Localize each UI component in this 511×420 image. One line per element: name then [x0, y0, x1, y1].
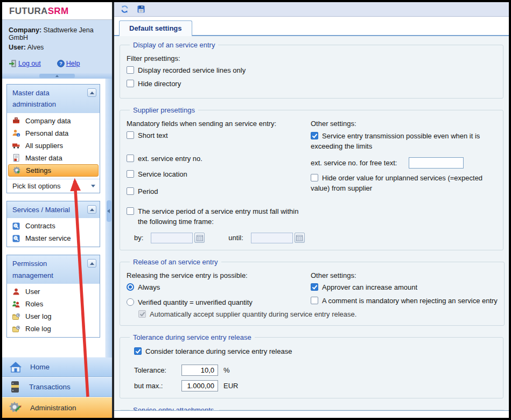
vertical-splitter-handle[interactable] — [107, 200, 111, 222]
transmission-checkbox[interactable] — [311, 132, 318, 139]
sidebar-menu-area: Master data administration Company data … — [2, 79, 112, 345]
ext-service-no-checkbox[interactable] — [127, 155, 134, 162]
sidebar-item-contracts[interactable]: Contracts — [8, 220, 99, 232]
sidebar-item-user[interactable]: User — [8, 285, 99, 298]
short-text-checkbox[interactable] — [127, 131, 134, 139]
checkbox-row: ext. service entry no. — [127, 154, 311, 164]
sidebar-item-role-log[interactable]: Role log — [8, 323, 99, 335]
comment-mandatory-checkbox[interactable] — [311, 297, 318, 304]
vertical-splitter[interactable] — [105, 79, 112, 358]
nav-item-label: Home — [30, 363, 50, 371]
save-button[interactable] — [136, 4, 146, 14]
main-pane: Default settings Display of an service e… — [114, 2, 509, 418]
sidebar-item-personal-data[interactable]: i Personal data — [8, 127, 99, 139]
until-calendar-button[interactable] — [295, 233, 305, 243]
sidebar-item-label: Settings — [26, 166, 51, 174]
pick-list-label: Pick list options — [12, 182, 61, 190]
section-release: Release of an service entry Releasing th… — [120, 258, 505, 326]
sidebar-item-company-data[interactable]: Company data — [8, 115, 99, 127]
sidebar-item-label: All suppliers — [25, 142, 63, 150]
exit-door-icon — [9, 60, 17, 67]
section-tolerance-legend: Tolerance during service entry release — [130, 333, 255, 341]
bottom-nav: Home Transactions Administration — [2, 357, 112, 418]
supplier-left-column: Mandatory fields when sending an service… — [127, 117, 311, 244]
group-header-permission[interactable]: Permission management — [7, 255, 100, 284]
hide-order-value-checkbox[interactable] — [311, 174, 318, 181]
tolerance-unit: % — [223, 366, 230, 374]
mandatory-fields-label: Mandatory fields when sending an service… — [127, 120, 311, 128]
display-recorded-label: Display recorded service lines only — [138, 66, 246, 76]
free-text-input[interactable] — [409, 157, 464, 169]
approver-increase-checkbox[interactable] — [311, 283, 318, 291]
role-log-icon — [12, 325, 20, 333]
pick-list-options[interactable]: Pick list options — [7, 179, 100, 193]
service-location-label: Service location — [138, 170, 187, 180]
group-permission-management: Permission management User Roles User lo… — [6, 255, 100, 338]
display-recorded-checkbox[interactable] — [127, 66, 134, 74]
logout-label: Log out — [18, 60, 41, 67]
until-date-input[interactable] — [251, 233, 293, 243]
group-items: Contracts Master service — [7, 218, 100, 247]
nav-item-administration[interactable]: Administration — [2, 397, 112, 418]
group-items: Company data i Personal data All supplie… — [7, 113, 100, 179]
consider-tolerance-checkbox[interactable] — [134, 347, 142, 355]
collapse-up-icon[interactable] — [87, 205, 96, 214]
sidebar-item-settings[interactable]: Settings — [8, 164, 99, 177]
sidebar-item-label: Role log — [25, 325, 51, 333]
section-attachments-legend: Service entry attachments. — [130, 406, 219, 411]
hide-directory-checkbox[interactable] — [127, 80, 134, 87]
app-frame: FUTURASRM Company: Stadtwerke Jena GmbH … — [2, 2, 509, 418]
sidebar-item-master-data[interactable]: Master data — [8, 152, 99, 164]
supplier-right-column: Other settings: Service entry transmissi… — [311, 117, 496, 244]
timeframe-checkbox[interactable] — [127, 207, 134, 215]
sidebar-item-master-service[interactable]: Master service — [8, 232, 99, 244]
free-text-label: ext. service no. for free text: — [311, 159, 397, 167]
horizontal-splitter[interactable] — [2, 73, 112, 79]
transactions-icon — [9, 380, 22, 394]
checkbox-row: Service entry transmission possible even… — [311, 131, 496, 152]
horizontal-splitter-handle[interactable] — [39, 74, 75, 78]
collapse-up-icon[interactable] — [87, 88, 96, 97]
nav-item-transactions[interactable]: Transactions — [2, 377, 112, 397]
sidebar-item-label: User — [25, 288, 40, 296]
by-date-input[interactable] — [151, 233, 193, 243]
always-radio[interactable] — [127, 283, 134, 291]
group-header-master-data[interactable]: Master data administration — [7, 85, 100, 113]
max-label: but max.: — [134, 382, 181, 390]
tab-strip: Default settings — [114, 17, 509, 36]
roles-icon — [12, 300, 20, 309]
sidebar-item-user-log[interactable]: User log — [8, 310, 99, 323]
max-input[interactable] — [181, 380, 218, 391]
service-location-checkbox[interactable] — [127, 170, 134, 178]
checkbox-row: Service location — [127, 170, 311, 180]
collapse-up-icon[interactable] — [87, 259, 96, 268]
section-release-legend: Release of an service entry — [130, 258, 221, 266]
sidebar-item-roles[interactable]: Roles — [8, 298, 99, 310]
sidebar-item-label: Contracts — [25, 222, 55, 230]
tab-default-settings[interactable]: Default settings — [119, 20, 192, 36]
hide-order-value-label: Hide order value for unplanned services … — [311, 174, 482, 193]
section-attachments: Service entry attachments. Transmit foll… — [120, 406, 505, 411]
section-display: Display of an service entry Filter prese… — [120, 41, 503, 99]
always-label: Always — [138, 283, 160, 293]
logout-link[interactable]: Log out — [9, 60, 41, 67]
group-header-services[interactable]: Services / Material — [7, 201, 100, 218]
group-services-material: Services / Material Contracts Master ser… — [6, 201, 100, 247]
nav-item-label: Transactions — [29, 383, 71, 391]
max-unit: EUR — [223, 382, 238, 390]
by-calendar-button[interactable] — [194, 233, 205, 243]
radio-row: Always — [127, 283, 311, 293]
save-floppy-icon — [137, 5, 145, 13]
verified-quantity-label: Verified quantity = unverified quantity — [138, 298, 253, 308]
refresh-button[interactable] — [120, 4, 129, 14]
sidebar-item-all-suppliers[interactable]: All suppliers — [8, 139, 99, 152]
free-text-row: ext. service no. for free text: — [311, 157, 496, 169]
verified-quantity-radio[interactable] — [127, 298, 134, 306]
period-checkbox[interactable] — [127, 187, 134, 195]
group-title: Services / Material — [12, 204, 70, 215]
nav-item-home[interactable]: Home — [2, 357, 112, 377]
ext-service-no-label: ext. service entry no. — [138, 154, 202, 164]
help-link[interactable]: ? Help — [57, 60, 80, 67]
tolerance-input[interactable] — [181, 365, 218, 376]
sidebar-item-label: Master data — [25, 154, 62, 162]
